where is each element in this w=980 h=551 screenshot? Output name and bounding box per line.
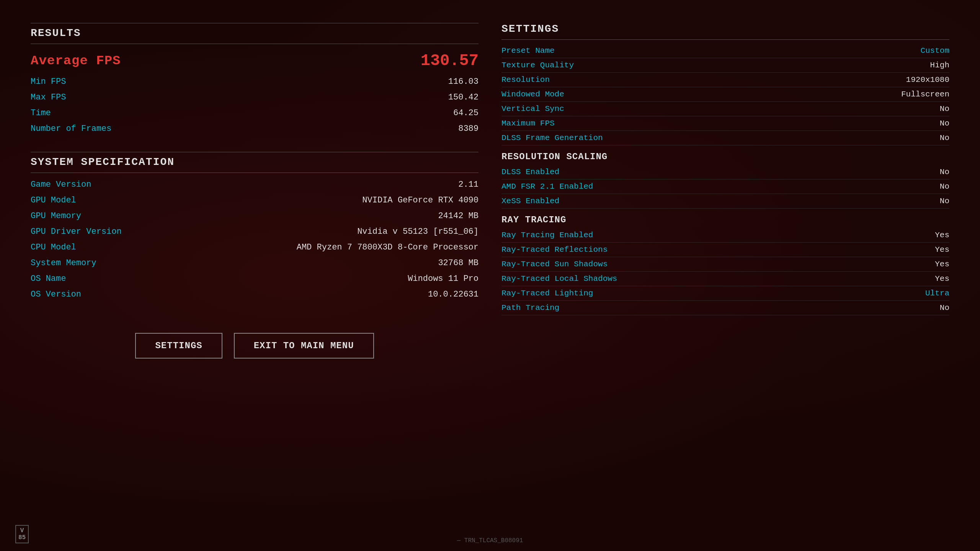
exit-button[interactable]: Exit to Main Menu: [234, 333, 374, 359]
spec-value: AMD Ryzen 7 7800X3D 8-Core Processor: [297, 243, 479, 252]
spec-row: GPU Model NVIDIA GeForce RTX 4090: [31, 192, 479, 208]
specs-title: System Specification: [31, 156, 479, 173]
result-row: Number of Frames 8389: [31, 121, 479, 137]
settings-row: Preset Name Custom: [501, 44, 949, 58]
result-label: Number of Frames: [31, 124, 111, 134]
resolution-scaling-row: XeSS Enabled No: [501, 194, 949, 209]
results-section: Results Average FPS 130.57 Min FPS 116.0…: [31, 23, 479, 137]
spec-label: GPU Memory: [31, 211, 81, 221]
spec-label: OS Name: [31, 274, 66, 284]
rt-value: Yes: [935, 245, 949, 254]
average-fps-row: Average FPS 130.57: [31, 48, 479, 74]
settings-row: Vertical Sync No: [501, 102, 949, 116]
specs-rows: Game Version 2.11 GPU Model NVIDIA GeFor…: [31, 177, 479, 302]
res-value: No: [940, 197, 949, 205]
resolution-scaling-title: Resolution Scaling: [501, 145, 949, 165]
spec-label: System Memory: [31, 258, 96, 268]
res-label: DLSS Enabled: [501, 168, 559, 176]
ray-tracing-row: Ray-Traced Local Shadows Yes: [501, 272, 949, 286]
spec-row: OS Version 10.0.22631: [31, 287, 479, 302]
spec-row: GPU Memory 24142 MB: [31, 208, 479, 224]
spec-label: OS Version: [31, 290, 81, 299]
setting-label: Vertical Sync: [501, 104, 564, 113]
ray-tracing-row: Ray Tracing Enabled Yes: [501, 228, 949, 243]
setting-label: Texture Quality: [501, 61, 574, 70]
res-value: No: [940, 168, 949, 176]
resolution-scaling-row: DLSS Enabled No: [501, 165, 949, 179]
ray-tracing-title: Ray Tracing: [501, 209, 949, 228]
setting-value: Fullscreen: [901, 90, 949, 99]
result-value: 64.25: [453, 108, 479, 118]
spec-row: System Memory 32768 MB: [31, 255, 479, 271]
results-rows: Min FPS 116.03 Max FPS 150.42 Time 64.25…: [31, 74, 479, 137]
setting-value: 1920x1080: [906, 75, 949, 84]
version-v: V: [20, 527, 24, 534]
spec-row: OS Name Windows 11 Pro: [31, 271, 479, 287]
spec-value: 10.0.22631: [428, 290, 479, 299]
settings-main-rows: Preset Name Custom Texture Quality High …: [501, 44, 949, 145]
right-panel: Settings Preset Name Custom Texture Qual…: [501, 15, 949, 536]
version-num: 85: [18, 534, 26, 541]
spec-value: Windows 11 Pro: [408, 274, 479, 284]
setting-label: Preset Name: [501, 46, 555, 55]
left-panel: Results Average FPS 130.57 Min FPS 116.0…: [31, 15, 479, 536]
setting-value: High: [930, 61, 949, 70]
spec-row: Game Version 2.11: [31, 177, 479, 192]
rt-label: Ray-Traced Sun Shadows: [501, 260, 608, 269]
result-row: Min FPS 116.03: [31, 74, 479, 90]
spec-value: 24142 MB: [438, 211, 479, 221]
setting-label: Maximum FPS: [501, 119, 555, 128]
settings-button[interactable]: Settings: [135, 333, 222, 359]
res-value: No: [940, 182, 949, 191]
results-title: Results: [31, 27, 479, 44]
res-label: XeSS Enabled: [501, 197, 559, 205]
specs-section: System Specification Game Version 2.11 G…: [31, 152, 479, 302]
result-value: 150.42: [448, 93, 479, 102]
settings-row: Texture Quality High: [501, 58, 949, 73]
ray-tracing-row: Ray-Traced Sun Shadows Yes: [501, 257, 949, 272]
spec-label: GPU Model: [31, 196, 76, 205]
settings-row: Maximum FPS No: [501, 116, 949, 131]
rt-label: Ray-Traced Local Shadows: [501, 274, 617, 283]
rt-value: Ultra: [925, 289, 949, 298]
setting-value: Custom: [920, 46, 949, 55]
main-container: Results Average FPS 130.57 Min FPS 116.0…: [0, 0, 980, 551]
result-row: Time 64.25: [31, 105, 479, 121]
rt-label: Ray-Traced Reflections: [501, 245, 608, 254]
ray-tracing-row: Ray-Traced Reflections Yes: [501, 243, 949, 257]
spec-value: 2.11: [458, 180, 479, 189]
version-badge: V 85: [15, 525, 29, 543]
settings-row: Windowed Mode Fullscreen: [501, 87, 949, 102]
rt-value: Yes: [935, 260, 949, 269]
settings-row: Resolution 1920x1080: [501, 73, 949, 87]
settings-title: Settings: [501, 23, 949, 40]
spec-label: Game Version: [31, 180, 91, 189]
watermark: — TRN_TLCAS_B08091: [457, 537, 523, 544]
buttons-row: Settings Exit to Main Menu: [31, 333, 479, 359]
setting-value: No: [940, 119, 949, 128]
ray-tracing-row: Ray-Traced Lighting Ultra: [501, 286, 949, 301]
spec-value: NVIDIA GeForce RTX 4090: [362, 196, 479, 205]
setting-label: Windowed Mode: [501, 90, 564, 99]
rt-value: Yes: [935, 274, 949, 283]
ray-tracing-row: Path Tracing No: [501, 301, 949, 315]
average-fps-value: 130.57: [421, 52, 479, 70]
spec-row: CPU Model AMD Ryzen 7 7800X3D 8-Core Pro…: [31, 240, 479, 255]
rt-value: No: [940, 303, 949, 312]
spec-label: GPU Driver Version: [31, 227, 122, 236]
version-badge-box: V 85: [15, 525, 29, 543]
spec-row: GPU Driver Version Nvidia v 55123 [r551_…: [31, 224, 479, 240]
average-fps-label: Average FPS: [31, 54, 121, 68]
result-label: Time: [31, 108, 51, 118]
settings-row: DLSS Frame Generation No: [501, 131, 949, 145]
setting-label: Resolution: [501, 75, 550, 84]
spec-value: 32768 MB: [438, 258, 479, 268]
result-row: Max FPS 150.42: [31, 90, 479, 105]
resolution-scaling-row: AMD FSR 2.1 Enabled No: [501, 179, 949, 194]
rt-label: Path Tracing: [501, 303, 559, 312]
resolution-scaling-rows: DLSS Enabled No AMD FSR 2.1 Enabled No X…: [501, 165, 949, 209]
spec-value: Nvidia v 55123 [r551_06]: [357, 227, 479, 236]
ray-tracing-rows: Ray Tracing Enabled Yes Ray-Traced Refle…: [501, 228, 949, 315]
setting-value: No: [940, 104, 949, 113]
res-label: AMD FSR 2.1 Enabled: [501, 182, 593, 191]
